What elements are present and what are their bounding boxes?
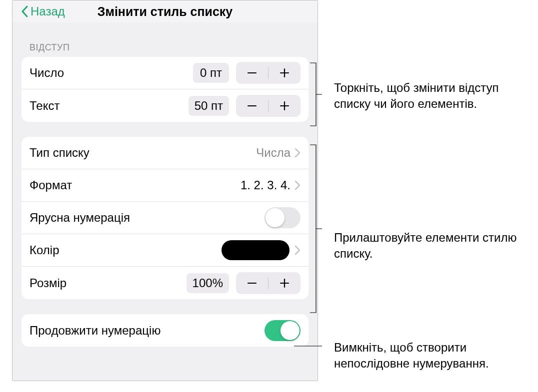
indent-text-decrement[interactable]	[236, 95, 268, 117]
chevron-right-icon	[294, 180, 300, 190]
callout-style: Прилаштовуйте елементи стилю списку.	[334, 230, 524, 262]
size-stepper	[236, 272, 300, 294]
size-value[interactable]: 100%	[186, 273, 229, 293]
callout-bracket-style	[310, 144, 322, 314]
list-style-panel: Назад Змінити стиль списку ВІДСТУП Число…	[12, 0, 318, 381]
format-row[interactable]: Формат 1. 2. 3. 4.	[22, 169, 308, 202]
color-label: Колір	[30, 243, 222, 257]
page-title: Змінити стиль списку	[98, 4, 233, 19]
minus-icon	[246, 67, 258, 78]
size-label: Розмір	[30, 276, 186, 290]
indent-text-label: Текст	[30, 99, 188, 113]
list-type-row[interactable]: Тип списку Числа	[22, 137, 308, 169]
continue-numbering-label: Продовжити нумерацію	[30, 324, 264, 338]
indent-number-decrement[interactable]	[236, 62, 268, 84]
plus-icon	[279, 67, 290, 78]
panel-body: ВІДСТУП Число 0 пт Текст 50 пт	[12, 22, 318, 381]
back-button[interactable]: Назад	[20, 4, 65, 18]
chevron-left-icon	[20, 5, 30, 18]
panel-header: Назад Змінити стиль списку	[12, 0, 318, 22]
callout-continue: Вимкніть, щоб створити непослідовне нуме…	[334, 340, 534, 372]
callouts-layer: Торкніть, щоб змінити відступ списку чи …	[319, 0, 534, 392]
minus-icon	[246, 278, 258, 289]
callout-bracket-indent	[310, 62, 322, 127]
indent-number-row: Число 0 пт	[22, 57, 308, 89]
toggle-knob	[266, 208, 284, 227]
size-increment[interactable]	[268, 272, 300, 294]
indent-text-increment[interactable]	[268, 95, 300, 117]
tiered-numbering-row: Ярусна нумерація	[22, 202, 308, 234]
indent-number-label: Число	[30, 66, 193, 80]
format-value: 1. 2. 3. 4.	[240, 178, 290, 192]
size-row: Розмір 100%	[22, 267, 308, 299]
tiered-numbering-label: Ярусна нумерація	[30, 211, 264, 225]
back-label: Назад	[30, 4, 65, 18]
continue-numbering-toggle[interactable]	[264, 320, 300, 341]
color-row[interactable]: Колір	[22, 234, 308, 267]
callout-line-continue	[294, 346, 322, 347]
list-type-label: Тип списку	[30, 146, 256, 160]
callout-indent: Торкніть, щоб змінити відступ списку чи …	[334, 80, 524, 112]
plus-icon	[279, 278, 290, 289]
continue-numbering-row: Продовжити нумерацію	[22, 314, 308, 347]
indent-number-increment[interactable]	[268, 62, 300, 84]
continue-group: Продовжити нумерацію	[22, 314, 308, 347]
indent-number-stepper	[236, 62, 300, 84]
plus-icon	[279, 100, 290, 111]
color-swatch	[222, 240, 290, 260]
indent-text-row: Текст 50 пт	[22, 89, 308, 122]
indent-text-value[interactable]: 50 пт	[188, 96, 229, 116]
style-group: Тип списку Числа Формат 1. 2. 3. 4. Ярус…	[22, 137, 308, 299]
toggle-knob	[280, 321, 300, 340]
chevron-right-icon	[294, 148, 300, 158]
indent-section-header: ВІДСТУП	[12, 22, 318, 57]
indent-group: Число 0 пт Текст 50 пт	[22, 57, 308, 122]
minus-icon	[246, 100, 258, 111]
indent-number-value[interactable]: 0 пт	[193, 63, 229, 83]
chevron-right-icon	[294, 245, 300, 255]
indent-text-stepper	[236, 95, 300, 117]
tiered-numbering-toggle[interactable]	[264, 207, 300, 228]
list-type-value: Числа	[256, 146, 290, 160]
format-label: Формат	[30, 178, 240, 192]
size-decrement[interactable]	[236, 272, 268, 294]
